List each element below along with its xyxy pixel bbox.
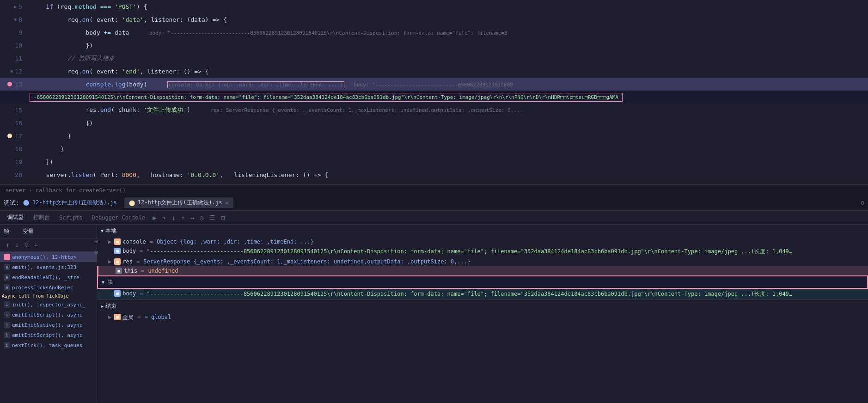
block-expand-icon: ▼ <box>102 280 104 285</box>
var-item-block-body: ▶ ■ body = "----------------------------… <box>97 289 868 300</box>
step-icon[interactable]: → <box>189 213 196 222</box>
code-content-12: req.on( event: 'end', listener: () => { <box>28 68 868 75</box>
debug-label: 调试: <box>4 199 19 207</box>
fold-icon-8[interactable]: ▼ <box>14 17 17 22</box>
stack-item-process[interactable]: e processTicksAndRejec <box>0 282 97 293</box>
code-content-8: req.on( event: 'data', listener: (data) … <box>28 16 868 23</box>
breadcrumb: server › callback for createServer() <box>0 185 868 195</box>
stack-async-emit-init2[interactable]: i emitInitScript(), async_ <box>0 330 97 340</box>
line-number-12: ▼ 12 <box>0 68 28 75</box>
code-content-15: res.end( chunk: '文件上传成功') res: ServerRes… <box>28 106 868 114</box>
step-over-icon[interactable]: ↷ <box>160 213 168 222</box>
fold-icon-5[interactable]: ▶ <box>14 4 17 9</box>
line-number-13: 13 <box>0 81 28 88</box>
code-content-20: server.listen( Port: 8000, hostname: '0.… <box>28 171 868 178</box>
line-number-16: 16 <box>0 120 28 127</box>
var-type-console: ■ <box>114 238 121 245</box>
line-number-17: 17 <box>0 133 28 140</box>
debug-controls: 调试器 控制台 Scripts Debugger Console ▶ ↷ ↓ ↑… <box>0 210 868 225</box>
code-line-16: 16 }) <box>0 116 868 129</box>
line-number-10: 10 <box>0 42 28 49</box>
line-number-20: 20 <box>0 171 28 178</box>
call-stack-panel: 帧 变量 ↑ ↓ ▽ + anonymous(), 12-http> e emi… <box>0 225 97 403</box>
inspect-icon[interactable]: ⊙ <box>92 248 97 257</box>
breakpoint-icon-17[interactable] <box>7 134 12 138</box>
line-number-18: 18 <box>0 146 28 153</box>
code-content-9: body += data body: "--------------------… <box>28 29 868 36</box>
stack-item-icon-emit: e <box>4 264 10 270</box>
stack-item-emit[interactable]: e emit(), events.js:323 <box>0 262 97 272</box>
gear-icon[interactable]: ⚙ <box>861 199 864 206</box>
debug-tab-row: 调试: ⬤ 12-http文件上传(正确做法).js ⬤ 12-http文件上传… <box>0 195 868 210</box>
debug-overflow-line: -8560622891230128091540125\r\nContent-Di… <box>0 91 868 104</box>
debug-panel: 帧 变量 ↑ ↓ ▽ + anonymous(), 12-http> e emi… <box>0 225 868 403</box>
call-stack-header: 帧 变量 <box>0 225 97 238</box>
local-section-header[interactable]: ▼ 本地 <box>97 225 868 237</box>
var-item-this: ▶ ■ this = undefined <box>97 266 868 275</box>
stack-async-emit-init-script[interactable]: i emitInitScript(), async <box>0 310 97 320</box>
code-line-15: 15 res.end( chunk: '文件上传成功') res: Server… <box>0 104 868 116</box>
console-tab[interactable]: 控制台 <box>30 213 54 222</box>
code-content-18: } <box>28 146 868 153</box>
variables-panel: ▼ 本地 ▶ ■ console = Object {log: ,warn: ,… <box>97 225 868 403</box>
close-file-tab[interactable]: × <box>225 199 228 207</box>
stack-item-icon-end: e <box>4 274 10 281</box>
stack-async-init[interactable]: i init(), inspector_async_ <box>0 299 97 310</box>
code-content-5: if (req.method === 'POST') { <box>28 3 868 10</box>
line-number-11: 11 <box>0 55 28 62</box>
debugger-tab[interactable]: 调试器 <box>4 213 28 222</box>
scripts-tab[interactable]: Scripts <box>55 214 86 222</box>
code-line-13: 13 console.log(body) console: Object {lo… <box>0 78 868 91</box>
stack-async-nexttick[interactable]: i nextTick(), task_queues <box>0 340 97 350</box>
code-line-9: 9 body += data body: "------------------… <box>0 26 868 39</box>
var-type-res: ■ <box>114 258 121 265</box>
file-tab[interactable]: ⬤ 12-http文件上传(正确做法).js × <box>124 197 233 208</box>
debugger-console-tab[interactable]: Debugger Console <box>88 214 149 222</box>
var-item-body: ▶ ■ body = "----------------------------… <box>97 246 868 257</box>
code-line-12: ▼ 12 req.on( event: 'end', listener: () … <box>0 65 868 78</box>
grid-icon[interactable]: ⊞ <box>219 213 226 222</box>
variables-header-label: 变量 <box>23 228 34 234</box>
stack-item-icon-process: e <box>4 284 10 291</box>
deactivate-icon[interactable]: ◎ <box>198 213 205 222</box>
line-number-9: 9 <box>0 29 28 36</box>
up-arrow[interactable]: ↑ <box>4 240 11 250</box>
end-section-header[interactable]: ▶ 结束 <box>97 300 868 312</box>
code-content-16: }) <box>28 120 868 127</box>
code-content-19: }) <box>28 159 868 165</box>
code-line-5: ▶ 5 if (req.method === 'POST') { <box>0 0 868 13</box>
res-expand[interactable]: ▶ <box>108 258 111 265</box>
stack-async-icon-init: i <box>4 301 10 308</box>
stack-async-icon-native: i <box>4 322 10 328</box>
line-number-5: ▶ 5 <box>0 3 28 10</box>
step-into-icon[interactable]: ↓ <box>170 213 177 222</box>
async-label: Async call from TickObje <box>0 293 97 299</box>
code-line-11: 11 // 监听写入结束 <box>0 52 868 65</box>
line-number-19: 19 <box>0 159 28 165</box>
add-watchpoint[interactable]: + <box>32 240 39 250</box>
stack-async-emit-native[interactable]: i emitInitNative(), async <box>0 320 97 330</box>
settings-icon[interactable]: ☰ <box>208 213 217 222</box>
global-expand[interactable]: ▶ <box>108 314 111 320</box>
copy-icon[interactable]: ⊡ <box>92 237 97 246</box>
var-type-block-body: ■ <box>114 290 121 297</box>
console-expand[interactable]: ▶ <box>108 238 111 245</box>
file-status: ⬤ 12-http文件上传(正确做法).js <box>23 199 117 207</box>
step-out-icon[interactable]: ↑ <box>179 213 186 222</box>
line-number-15: 15 <box>0 107 28 114</box>
line-number-8: ▼ 8 <box>0 16 28 23</box>
var-type-global: ■ <box>114 314 121 320</box>
filter-icon[interactable]: ▽ <box>23 240 30 250</box>
code-content-11: // 监听写入结束 <box>28 54 868 62</box>
code-line-19: 19 }) <box>0 155 868 168</box>
block-section-header[interactable]: ▼ 块 <box>97 275 868 289</box>
code-content-10: }) <box>28 42 868 49</box>
down-arrow[interactable]: ↓ <box>13 240 20 250</box>
stack-item-anonymous[interactable]: anonymous(), 12-http> <box>0 252 97 262</box>
code-line-10: 10 }) <box>0 39 868 52</box>
code-line-17: 17 } <box>0 129 868 142</box>
stack-item-endreadable[interactable]: e endReadableNT(), _stre <box>0 272 97 282</box>
fold-icon-12[interactable]: ▼ <box>10 69 13 74</box>
breakpoint-icon-13[interactable] <box>7 82 12 86</box>
resume-icon[interactable]: ▶ <box>151 213 158 222</box>
